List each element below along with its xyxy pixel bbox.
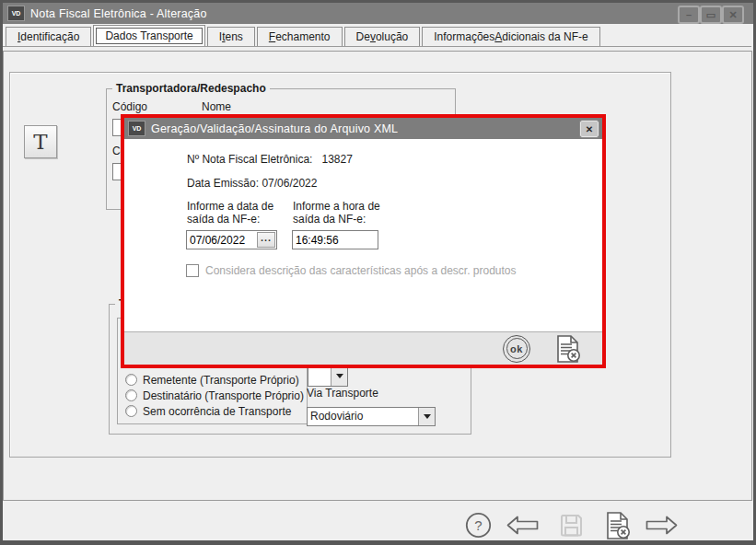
exit-time-label-line1: Informe a hora de	[293, 200, 380, 213]
back-arrow-icon	[506, 515, 540, 536]
exit-time-label-line2: saída da NF-e:	[293, 213, 366, 226]
tab-informa-es-adicionais-da-nf-e[interactable]: Informações Adicionais da NF-e	[422, 27, 599, 46]
chevron-down-icon	[336, 374, 343, 378]
via-transporte-label: Via Transporte	[307, 387, 378, 400]
emission-label: Data Emissão:	[187, 177, 259, 190]
date-browse-button[interactable]: ...	[257, 232, 275, 248]
chevron-down-icon	[424, 414, 431, 419]
help-button[interactable]: ?	[465, 512, 492, 539]
maximize-button[interactable]: ▭	[700, 6, 722, 24]
nf-number-value: 13827	[321, 153, 352, 166]
via-transporte-combobox[interactable]: Rodoviário	[307, 407, 436, 426]
checkbox-icon[interactable]	[186, 264, 199, 277]
tab-devolu-o[interactable]: Devolução	[344, 27, 421, 46]
transporte-options: Remetente (Transporte Próprio)Destinatár…	[125, 372, 304, 419]
tab-bar: IdentificaçãoDados TransporteItensFecham…	[6, 26, 602, 46]
back-button[interactable]	[506, 515, 540, 536]
exit-date-label-line1: Informe a data de	[187, 200, 273, 213]
close-button[interactable]: ✕	[722, 6, 744, 24]
emission-line: Data Emissão: 07/06/2022	[187, 177, 317, 190]
dialog-cancel-button[interactable]	[554, 334, 582, 364]
group-transportadora-title: Transportadora/Redespacho	[112, 82, 270, 95]
nf-number-label: Nº Nota Fiscal Eletrônica:	[187, 153, 312, 166]
help-icon: ?	[465, 512, 492, 539]
exit-date-label-line2: saída da NF-e:	[187, 213, 260, 226]
cancel-document-icon	[604, 511, 632, 540]
radio-option-label: Sem ocorrência de Transporte	[143, 405, 291, 418]
radio-icon[interactable]	[125, 374, 137, 386]
nome-label: Nome	[202, 100, 231, 113]
app-logo-icon: VD	[128, 121, 145, 136]
radio-option-0[interactable]: Remetente (Transporte Próprio)	[125, 372, 304, 388]
window-titlebar[interactable]: VD Nota Fiscal Eletrônica - Alteração – …	[3, 3, 753, 24]
codigo-label: Código	[112, 100, 147, 113]
ok-icon: ok	[506, 338, 528, 359]
dialog-body: Nº Nota Fiscal Eletrônica: 13827 Data Em…	[124, 139, 602, 331]
xml-generation-dialog: VD Geração/Validação/Assinatura do Arqui…	[121, 114, 606, 368]
forward-button[interactable]	[645, 515, 679, 536]
minimize-button[interactable]: –	[678, 6, 700, 24]
cancel-document-icon	[554, 334, 582, 364]
tab-itens[interactable]: Itens	[207, 27, 255, 46]
nf-number-line: Nº Nota Fiscal Eletrônica: 13827	[187, 153, 353, 166]
tab-dados-transporte[interactable]: Dados Transporte	[93, 25, 204, 46]
characteristics-checkbox-label: Considera descrição das características …	[205, 264, 517, 277]
app-logo-icon: VD	[7, 6, 25, 21]
dialog-close-button[interactable]: ✕	[580, 121, 599, 137]
window-title: Nota Fiscal Eletrônica - Alteração	[30, 7, 207, 20]
radio-option-label: Destinatário (Transporte Próprio)	[143, 389, 304, 402]
ok-button[interactable]: ok	[503, 335, 530, 363]
small-combobox-value	[308, 366, 331, 386]
app-window: VD Nota Fiscal Eletrônica - Alteração – …	[0, 0, 756, 545]
via-transporte-value: Rodoviário	[308, 408, 418, 425]
radio-icon[interactable]	[125, 389, 137, 401]
emission-value: 07/06/2022	[262, 177, 317, 190]
dialog-titlebar[interactable]: VD Geração/Validação/Assinatura do Arqui…	[124, 118, 602, 139]
characteristics-checkbox-row[interactable]: Considera descrição das características …	[186, 264, 517, 277]
forward-arrow-icon	[645, 515, 679, 536]
radio-icon[interactable]	[125, 405, 137, 417]
radio-option-2[interactable]: Sem ocorrência de Transporte	[125, 403, 304, 419]
svg-text:?: ?	[474, 517, 482, 533]
radio-option-label: Remetente (Transporte Próprio)	[143, 374, 299, 387]
tab-fechamento[interactable]: Fechamento	[257, 27, 343, 46]
exit-time-input[interactable]	[292, 230, 378, 249]
small-combobox[interactable]	[308, 365, 348, 387]
window-frame-bottom	[0, 540, 756, 545]
small-combobox-dropdown-button[interactable]	[331, 366, 347, 386]
via-transporte-dropdown-button[interactable]	[418, 408, 435, 425]
save-button[interactable]	[559, 513, 584, 538]
radio-option-1[interactable]: Destinatário (Transporte Próprio)	[125, 388, 304, 403]
tab-identifica-o[interactable]: Identificação	[6, 27, 91, 46]
tab-strip-divider	[3, 46, 751, 47]
save-icon	[559, 513, 584, 538]
cancel-button[interactable]	[604, 511, 632, 540]
t-tool-button[interactable]: T	[24, 125, 57, 158]
dialog-title: Geração/Validação/Assinatura do Arquivo …	[151, 122, 398, 135]
dialog-footer: ok	[124, 331, 602, 365]
